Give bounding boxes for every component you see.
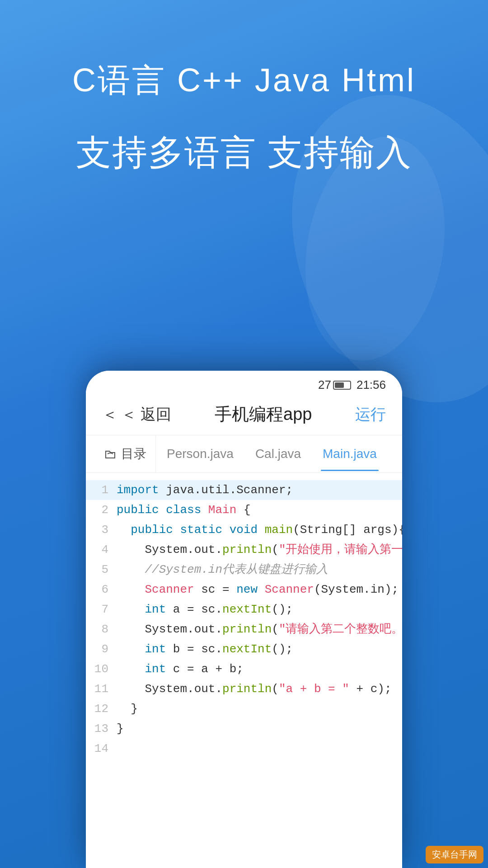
line-content-13: } [117, 719, 402, 739]
line-num-10: 10 [86, 659, 117, 679]
line-num-3: 3 [86, 520, 117, 540]
code-line-5: 5 //System.in代表从键盘进行输入 [86, 560, 402, 580]
line-content-14 [117, 739, 402, 759]
code-line-11: 11 System.out.println("a + b = " + c); [86, 679, 402, 699]
line-num-1: 1 [86, 480, 117, 500]
tab-cal-java-label: Cal.java [255, 447, 301, 461]
line-content-2: public class Main { [117, 500, 402, 520]
directory-icon [104, 448, 117, 460]
line-num-14: 14 [86, 739, 117, 759]
nav-bar: ＜ ＜ 返回 手机编程app 运行 [86, 396, 402, 435]
directory-label: 目录 [121, 445, 146, 462]
tab-cal-java[interactable]: Cal.java [244, 437, 312, 471]
code-line-13: 13 } [86, 719, 402, 739]
line-content-1: import java.util.Scanner; [117, 480, 402, 500]
code-editor[interactable]: 1 import java.util.Scanner; 2 public cla… [86, 473, 402, 766]
line-content-8: System.out.println("请输入第二个整数吧。"); [117, 619, 402, 639]
line-num-2: 2 [86, 500, 117, 520]
code-line-1: 1 import java.util.Scanner; [86, 480, 402, 500]
tab-main-java-label: Main.java [323, 447, 377, 461]
battery-icon: 27 [318, 378, 351, 392]
battery-fill [335, 382, 344, 388]
battery-level: 27 [318, 378, 331, 392]
line-num-9: 9 [86, 639, 117, 659]
code-line-14: 14 [86, 739, 402, 759]
hero-title-1: C语言 C++ Java Html [0, 59, 488, 102]
watermark: 安卓台手网 [426, 846, 483, 863]
code-line-8: 8 System.out.println("请输入第二个整数吧。"); [86, 619, 402, 639]
status-bar: 27 21:56 [86, 371, 402, 396]
line-content-12: } [117, 699, 402, 719]
tab-person-java[interactable]: Person.java [156, 437, 244, 471]
nav-title: 手机编程app [215, 403, 312, 426]
line-num-11: 11 [86, 679, 117, 699]
line-content-5: //System.in代表从键盘进行输入 [117, 560, 402, 580]
line-content-7: int a = sc.nextInt(); [117, 599, 402, 619]
line-num-13: 13 [86, 719, 117, 739]
line-num-7: 7 [86, 599, 117, 619]
line-content-6: Scanner sc = new Scanner(System.in); [117, 580, 402, 599]
tab-main-java[interactable]: Main.java [312, 437, 388, 471]
hero-section: C语言 C++ Java Html 支持多语言 支持输入 [0, 0, 488, 177]
back-label: ＜ 返回 [121, 404, 171, 425]
hero-title-2: 支持多语言 支持输入 [0, 129, 488, 177]
tab-person-java-label: Person.java [167, 447, 234, 461]
tabs-bar: 目录 Person.java Cal.java Main.java [86, 435, 402, 473]
phone-mockup: 27 21:56 ＜ ＜ 返回 手机编程app 运行 [86, 371, 402, 868]
code-line-9: 9 int b = sc.nextInt(); [86, 639, 402, 659]
line-num-4: 4 [86, 540, 117, 560]
battery-body [333, 381, 351, 390]
status-time: 21:56 [357, 378, 386, 392]
run-button[interactable]: 运行 [355, 404, 386, 425]
line-content-3: public static void main(String[] args){ [117, 520, 402, 540]
line-content-10: int c = a + b; [117, 659, 402, 679]
line-num-8: 8 [86, 619, 117, 639]
nav-back-button[interactable]: ＜ ＜ 返回 [102, 404, 171, 425]
code-line-7: 7 int a = sc.nextInt(); [86, 599, 402, 619]
line-content-9: int b = sc.nextInt(); [117, 639, 402, 659]
line-num-5: 5 [86, 560, 117, 580]
tab-directory[interactable]: 目录 [95, 435, 156, 472]
code-line-3: 3 public static void main(String[] args)… [86, 520, 402, 540]
line-content-11: System.out.println("a + b = " + c); [117, 679, 402, 699]
code-line-12: 12 } [86, 699, 402, 719]
line-content-4: System.out.println("开始使用，请输入第一个整数吧。"); [117, 540, 402, 560]
line-num-6: 6 [86, 580, 117, 599]
back-chevron-icon: ＜ [102, 404, 117, 425]
line-num-12: 12 [86, 699, 117, 719]
code-line-10: 10 int c = a + b; [86, 659, 402, 679]
code-line-6: 6 Scanner sc = new Scanner(System.in); [86, 580, 402, 599]
code-line-2: 2 public class Main { [86, 500, 402, 520]
code-line-4: 4 System.out.println("开始使用，请输入第一个整数吧。"); [86, 540, 402, 560]
phone-wrapper: 27 21:56 ＜ ＜ 返回 手机编程app 运行 [86, 371, 402, 868]
